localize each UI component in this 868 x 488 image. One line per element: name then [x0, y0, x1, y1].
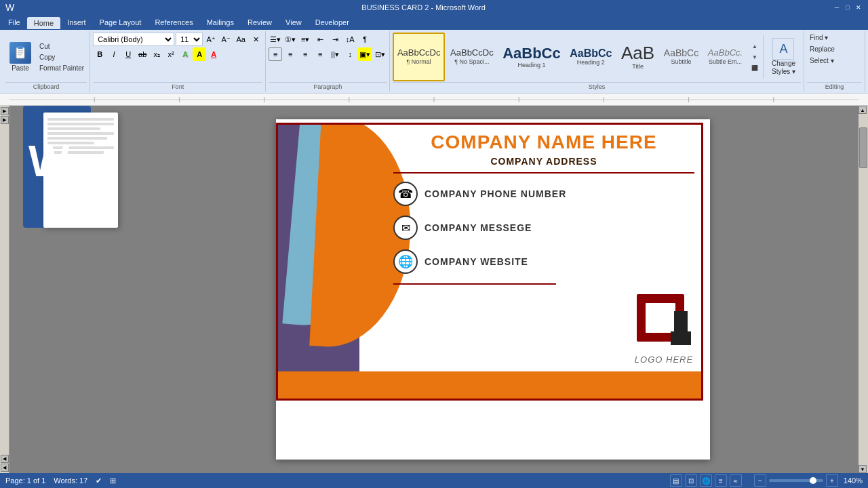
scroll-down-button[interactable]: ▼ — [859, 465, 867, 473]
styles-expand[interactable]: ⬛ — [749, 63, 760, 73]
increase-indent-button[interactable]: ⇥ — [328, 33, 342, 46]
title-bar: W BUSINESS CARD 2 - Microsoft Word ─ □ ✕ — [0, 0, 868, 15]
borders-button[interactable]: ⊡▾ — [373, 47, 387, 61]
style-heading2-preview: AaBbCc — [570, 47, 612, 60]
style-title-preview: AaB — [621, 43, 654, 63]
style-title[interactable]: AaB Title — [617, 33, 658, 81]
font-color-button[interactable]: A — [207, 47, 220, 61]
style-nospace[interactable]: AaBbCcDc ¶ No Spaci... — [446, 33, 497, 81]
shrink-font-button[interactable]: A⁻ — [219, 33, 233, 46]
close-button[interactable]: ✕ — [854, 3, 863, 12]
outline-button[interactable]: ≡ — [715, 474, 727, 487]
tab-home[interactable]: Home — [27, 17, 60, 29]
style-heading2[interactable]: AaBbCc Heading 2 — [566, 33, 616, 81]
styles-scroll-down[interactable]: ▼ — [749, 52, 760, 62]
bullets-button[interactable]: ☰▾ — [269, 33, 282, 46]
message-text[interactable]: COMPANY MESSEGE — [425, 222, 532, 233]
cut-button[interactable]: Cut — [37, 41, 87, 52]
document-area[interactable]: W COMPANY NAME HERE COMPANY ADDRESS — [9, 106, 868, 473]
maximize-button[interactable]: □ — [844, 3, 852, 12]
zoom-in-button[interactable]: + — [826, 474, 838, 487]
decrease-indent-button[interactable]: ⇤ — [313, 33, 327, 46]
ribbon: Paste Cut Copy Format Painter Clipboard — [0, 30, 868, 94]
style-subtitle[interactable]: AaBbCc Subtitle — [660, 33, 703, 81]
draft-button[interactable]: ≈ — [730, 474, 742, 487]
subscript-button[interactable]: x₂ — [150, 47, 163, 61]
text-effects-button[interactable]: A — [178, 47, 192, 61]
website-text[interactable]: COMPANY WEBSITE — [425, 256, 528, 267]
clipboard-group: Paste Cut Copy Format Painter Clipboard — [3, 31, 90, 92]
replace-button[interactable]: Replace — [807, 44, 837, 54]
font-family-select[interactable]: Calibri (Body) — [93, 33, 174, 46]
tab-page-layout[interactable]: Page Layout — [93, 16, 149, 28]
grow-font-button[interactable]: A⁺ — [204, 33, 218, 46]
italic-button[interactable]: I — [107, 47, 121, 61]
zoom-level[interactable]: 140% — [844, 476, 863, 485]
style-heading1-label: Heading 1 — [517, 62, 545, 69]
scroll-up-button[interactable]: ▲ — [859, 106, 867, 114]
tab-review[interactable]: Review — [241, 16, 279, 28]
paste-label: Paste — [12, 64, 29, 72]
company-name[interactable]: COMPANY NAME HERE — [393, 131, 694, 153]
bold-button[interactable]: B — [93, 47, 106, 61]
show-formatting-button[interactable]: ¶ — [358, 33, 372, 46]
minimize-button[interactable]: ─ — [833, 3, 841, 12]
scrollbar-track[interactable] — [859, 114, 868, 465]
tab-file[interactable]: File — [1, 16, 27, 28]
text-highlight-button[interactable]: A — [193, 47, 206, 61]
business-card[interactable]: COMPANY NAME HERE COMPANY ADDRESS ☎ COMP… — [276, 123, 703, 401]
column-button[interactable]: ||▾ — [328, 47, 342, 61]
style-heading1[interactable]: AaBbCc Heading 1 — [498, 33, 564, 81]
style-normal[interactable]: AaBbCcDc ¶ Normal — [393, 33, 445, 81]
full-screen-button[interactable]: ⊡ — [685, 474, 697, 487]
macro-icon[interactable]: ⊞ — [110, 476, 116, 485]
align-left-button[interactable]: ≡ — [269, 47, 282, 61]
editing-label: Editing — [807, 82, 862, 90]
scrollbar-thumb[interactable] — [859, 127, 867, 168]
multilevel-button[interactable]: ≡▾ — [298, 33, 312, 46]
copy-button[interactable]: Copy — [37, 52, 87, 62]
strikethrough-button[interactable]: ab — [136, 47, 149, 61]
styles-scroll-up[interactable]: ▲ — [749, 41, 760, 51]
tab-insert[interactable]: Insert — [60, 16, 93, 28]
align-center-button[interactable]: ≡ — [283, 47, 297, 61]
line-spacing-button[interactable]: ↕ — [343, 47, 357, 61]
svg-rect-4 — [18, 54, 22, 56]
select-button[interactable]: Select ▾ — [807, 56, 837, 66]
spell-check-icon[interactable]: ✔ — [96, 476, 102, 485]
clear-format-button[interactable]: ✕ — [249, 33, 262, 46]
tab-developer[interactable]: Developer — [309, 16, 356, 28]
print-layout-button[interactable]: ▤ — [670, 474, 682, 487]
style-heading2-label: Heading 2 — [577, 59, 605, 66]
left-sidebar-btn2[interactable]: ▶ — [1, 116, 9, 124]
shading-button[interactable]: ▣▾ — [358, 47, 372, 61]
find-button[interactable]: Find ▾ — [807, 33, 831, 43]
right-scrollbar[interactable]: ▲ ▼ — [859, 106, 868, 473]
svg-rect-1 — [18, 46, 23, 49]
left-sidebar-btn1[interactable]: ▶ — [1, 107, 9, 115]
font-size-select[interactable]: 11 — [176, 33, 203, 46]
numbering-button[interactable]: ①▾ — [283, 33, 297, 46]
logo-text[interactable]: LOGO HERE — [635, 354, 693, 365]
change-case-button[interactable]: Aa — [234, 33, 248, 46]
left-sidebar-btn4[interactable]: ◀ — [1, 464, 9, 472]
format-painter-button[interactable]: Format Painter — [37, 63, 87, 73]
justify-button[interactable]: ≡ — [313, 47, 327, 61]
sort-button[interactable]: ↕A — [343, 33, 357, 46]
zoom-out-button[interactable]: − — [754, 474, 766, 487]
zoom-slider[interactable] — [769, 479, 823, 482]
paste-button[interactable]: Paste — [5, 39, 35, 75]
superscript-button[interactable]: x² — [164, 47, 178, 61]
company-address[interactable]: COMPANY ADDRESS — [393, 156, 694, 174]
style-normal-preview: AaBbCcDc — [397, 48, 441, 58]
underline-button[interactable]: U — [121, 47, 135, 61]
tab-mailings[interactable]: Mailings — [200, 16, 241, 28]
align-right-button[interactable]: ≡ — [298, 47, 312, 61]
style-subtle-em[interactable]: AaBbCc. Subtle Em... — [704, 33, 747, 81]
tab-references[interactable]: References — [148, 16, 199, 28]
phone-text[interactable]: COMPANY PHONE NUMBER — [425, 188, 566, 199]
web-layout-button[interactable]: 🌐 — [700, 474, 712, 487]
left-sidebar-btn3[interactable]: ◀ — [1, 455, 9, 463]
tab-view[interactable]: View — [279, 16, 309, 28]
change-styles-button[interactable]: A ChangeStyles ▾ — [766, 35, 801, 79]
